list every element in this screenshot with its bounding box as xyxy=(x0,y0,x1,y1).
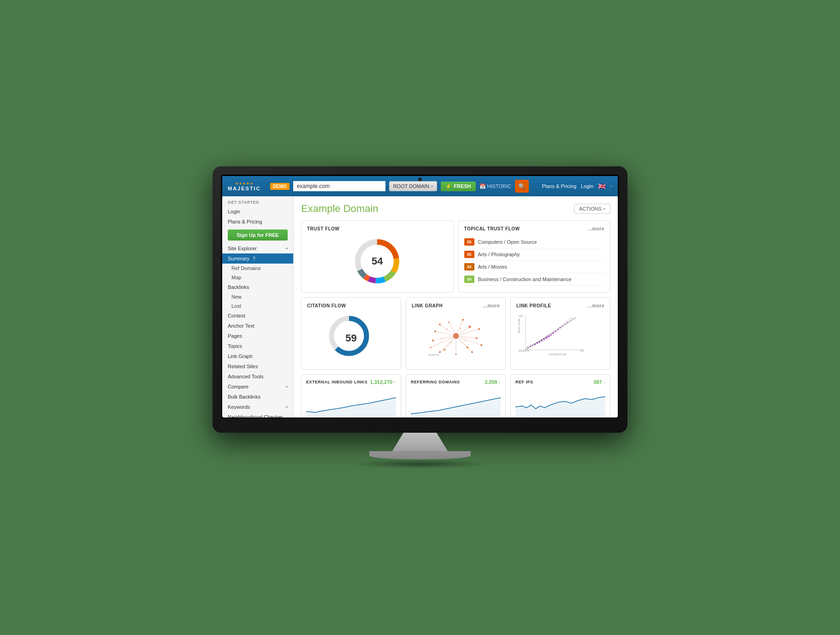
link-graph-more-link[interactable]: ...more xyxy=(483,303,500,308)
sidebar-item-context[interactable]: Context xyxy=(222,311,293,321)
svg-point-27 xyxy=(468,326,471,328)
sidebar-item-advanced-tools[interactable]: Advanced Tools xyxy=(222,371,293,382)
svg-point-34 xyxy=(462,319,464,321)
svg-point-35 xyxy=(478,328,480,330)
sidebar-item-ref-domains[interactable]: Ref Domains xyxy=(222,264,293,273)
chevron-down-icon: ▾ xyxy=(603,207,605,211)
link-graph-svg: MAJESTIC xyxy=(426,315,486,357)
monitor-base xyxy=(369,451,471,459)
star-icon: ★ xyxy=(250,182,253,186)
help-icon: ? xyxy=(253,256,255,261)
ref-ips-value: 387 ↑ xyxy=(593,379,605,385)
sidebar-item-lost[interactable]: Lost xyxy=(222,301,293,311)
referring-domains-svg xyxy=(411,388,501,416)
svg-point-67 xyxy=(568,319,570,321)
login-link[interactable]: Login xyxy=(581,183,593,189)
svg-line-16 xyxy=(433,336,456,341)
sidebar-item-plans[interactable]: Plans & Pricing xyxy=(222,217,293,227)
ref-ips-card: REF IPS 387 ↑ xyxy=(510,374,610,417)
topical-row: 35 Arts / Photography xyxy=(464,248,605,261)
sidebar-group-site-explorer[interactable]: Site Explorer ▾ xyxy=(222,243,293,253)
ref-ips-title: REF IPS xyxy=(515,380,533,384)
link-profile-title: LINK PROFILE ...more xyxy=(516,303,604,308)
search-icon: 🔍 xyxy=(518,183,526,190)
trust-flow-title: TRUST FLOW xyxy=(307,226,448,231)
topical-label: Business / Construction and Maintenance xyxy=(478,276,572,282)
topical-row: 34 Arts / Movies xyxy=(464,261,605,273)
svg-point-59 xyxy=(550,334,552,336)
svg-point-37 xyxy=(471,351,473,353)
screen-bezel: ★ ★ ★ ★ ★ MAJESTIC DEMO ROOT DOMAIN ▾ xyxy=(221,175,619,419)
svg-line-69 xyxy=(526,318,576,350)
sidebar-item-summary[interactable]: Summary ? xyxy=(222,253,293,264)
trust-flow-content: 54 xyxy=(307,236,448,287)
logo-text: MAJESTIC xyxy=(228,186,261,191)
sidebar-item-link-graph[interactable]: Link Graph xyxy=(222,351,293,361)
sidebar-item-related-sites[interactable]: Related Sites xyxy=(222,361,293,371)
citation-flow-content: 59 xyxy=(307,313,395,364)
sidebar-item-new[interactable]: New xyxy=(222,292,293,301)
get-started-section: GET STARTED xyxy=(222,196,293,206)
topical-label: Computers / Open Source xyxy=(478,239,537,245)
domain-type-dropdown[interactable]: ROOT DOMAIN ▾ xyxy=(389,181,438,191)
citation-flow-card: CITATION FLOW 59 xyxy=(301,297,401,370)
external-links-header: EXTERNAL INBOUND LINKS 1,312,270 ↑ xyxy=(306,379,396,385)
search-button[interactable]: 🔍 xyxy=(515,180,529,193)
lightning-icon: ⚡ xyxy=(445,183,452,189)
language-flag-icon[interactable]: 🇬🇧 xyxy=(598,182,606,190)
svg-point-68 xyxy=(571,318,573,319)
sidebar-item-map[interactable]: Map xyxy=(222,273,293,282)
link-profile-card: LINK PROFILE ...more xyxy=(510,297,610,370)
sidebar-item-neighbourhood[interactable]: Neighbourhood Checker xyxy=(222,412,293,417)
svg-line-18 xyxy=(449,322,456,336)
sidebar-item-login[interactable]: Login xyxy=(222,206,293,217)
sidebar-group-keywords[interactable]: Keywords ▾ xyxy=(222,402,293,412)
content-area: Example Domain ACTIONS ▾ TRUST FLOW xyxy=(294,196,618,417)
svg-point-43 xyxy=(465,340,466,341)
topical-score-badge: 34 xyxy=(464,263,474,270)
svg-line-25 xyxy=(431,336,456,347)
sidebar-item-anchor-text[interactable]: Anchor Text xyxy=(222,321,293,331)
sidebar-item-topics[interactable]: Topics xyxy=(222,341,293,351)
svg-point-39 xyxy=(439,351,441,353)
fresh-button[interactable]: ⚡ FRESH xyxy=(441,182,475,191)
chevron-down-icon: ▾ xyxy=(431,184,433,188)
ref-ips-header: REF IPS 387 ↑ xyxy=(515,379,605,385)
chevron-down-icon: ▾ xyxy=(286,385,288,389)
svg-point-26 xyxy=(439,323,441,325)
svg-text:TRUST FLOW: TRUST FLOW xyxy=(518,318,521,334)
svg-line-20 xyxy=(456,329,479,336)
svg-text:CITATION FLOW: CITATION FLOW xyxy=(549,353,567,356)
sidebar-item-backlinks[interactable]: Backlinks xyxy=(222,282,293,292)
historic-button[interactable]: 📅 HISTORIC xyxy=(479,183,511,189)
topical-trust-flow-title: TOPICAL TRUST FLOW ...more xyxy=(464,226,605,231)
metrics-grid-middle: CITATION FLOW 59 xyxy=(301,297,610,370)
nav-right: Plans & Pricing Login 🇬🇧 ▾ xyxy=(542,182,612,190)
external-links-card: EXTERNAL INBOUND LINKS 1,312,270 ↑ xyxy=(301,374,401,417)
monitor-shadow xyxy=(351,459,489,469)
plans-pricing-link[interactable]: Plans & Pricing xyxy=(542,183,576,189)
link-profile-more-link[interactable]: ...more xyxy=(588,303,604,308)
actions-button[interactable]: ACTIONS ▾ xyxy=(574,204,610,214)
star-icon: ★ xyxy=(246,182,249,186)
monitor-stand xyxy=(392,433,448,451)
referring-domains-chart xyxy=(411,388,501,416)
citation-flow-value: 59 xyxy=(345,332,356,344)
trust-flow-card: TRUST FLOW xyxy=(301,220,454,293)
sidebar-item-pages[interactable]: Pages xyxy=(222,331,293,341)
link-graph-title: LINK GRAPH ...more xyxy=(412,303,500,308)
svg-point-28 xyxy=(476,337,478,339)
svg-text:MAJESTIC: MAJESTIC xyxy=(519,349,530,352)
sidebar-item-bulk-backlinks[interactable]: Bulk Backlinks xyxy=(222,392,293,402)
svg-point-33 xyxy=(448,322,450,323)
logo-stars: ★ ★ ★ ★ ★ xyxy=(235,182,253,186)
trust-flow-donut: 54 xyxy=(352,236,402,287)
svg-point-29 xyxy=(467,347,468,348)
search-input[interactable] xyxy=(293,181,385,191)
more-link[interactable]: ...more xyxy=(588,226,604,231)
citation-flow-donut: 59 xyxy=(326,313,377,364)
sidebar-group-compare[interactable]: Compare ▾ xyxy=(222,382,293,392)
ref-ips-chart xyxy=(515,388,605,416)
signup-button[interactable]: Sign Up for FREE xyxy=(228,229,288,241)
topical-trust-flow-card: TOPICAL TRUST FLOW ...more 35 Computers … xyxy=(458,220,611,293)
